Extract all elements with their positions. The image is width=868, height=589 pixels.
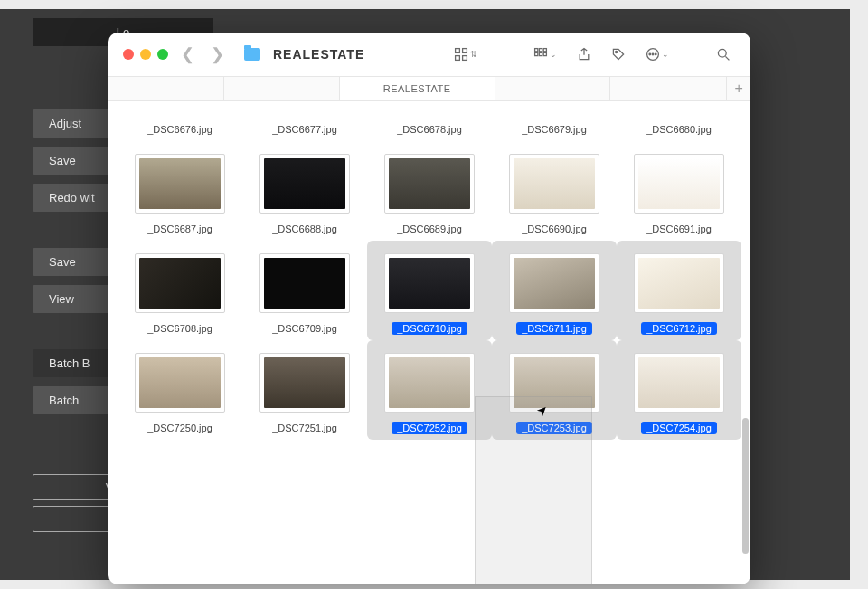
file-thumbnail[interactable]	[384, 154, 475, 214]
svg-rect-4	[535, 49, 538, 52]
finder-toolbar: ❮ ❯ REALESTATE ⇅ ⌄ ⌄	[108, 33, 750, 76]
file-name-label[interactable]: _DSC7251.jpg	[267, 422, 343, 434]
file-name-label[interactable]: _DSC7254.jpg	[641, 422, 717, 434]
svg-rect-1	[463, 49, 467, 53]
file-name-label[interactable]: _DSC6712.jpg	[641, 322, 717, 335]
file-thumbnail[interactable]	[259, 253, 350, 313]
file-thumbnail[interactable]	[634, 353, 724, 413]
file-item[interactable]: _DSC6690.jpg	[492, 141, 617, 241]
svg-rect-7	[535, 52, 538, 55]
file-grid-area[interactable]: _DSC6676.jpg_DSC6677.jpg_DSC6678.jpg_DSC…	[108, 101, 750, 584]
tab-active[interactable]: REALESTATE	[340, 77, 495, 100]
close-window-button[interactable]	[123, 49, 134, 60]
file-item[interactable]: _DSC7252.jpg	[367, 340, 492, 440]
svg-rect-6	[543, 49, 546, 52]
file-thumbnail[interactable]	[509, 154, 599, 214]
chevron-down-icon: ⌄	[662, 50, 669, 59]
tab-label: REALESTATE	[383, 83, 451, 94]
file-name-label[interactable]: _DSC6677.jpg	[267, 123, 343, 136]
file-name-label[interactable]: _DSC7253.jpg	[516, 422, 592, 434]
nav-forward-button[interactable]: ❯	[207, 44, 228, 64]
file-name-label[interactable]: _DSC6689.jpg	[392, 223, 467, 235]
location-title: REALESTATE	[273, 47, 364, 62]
svg-point-13	[652, 53, 654, 55]
file-name-label[interactable]: _DSC6691.jpg	[641, 223, 717, 235]
file-item[interactable]: _DSC7254.jpg	[617, 340, 741, 440]
share-button[interactable]	[571, 47, 597, 62]
file-thumbnail[interactable]	[135, 154, 225, 214]
file-item[interactable]: _DSC6688.jpg	[242, 141, 367, 241]
tab-stub[interactable]	[108, 77, 224, 100]
updown-icon: ⇅	[470, 50, 477, 59]
search-button[interactable]	[711, 47, 736, 62]
new-tab-button[interactable]: +	[726, 77, 750, 100]
file-name-label[interactable]: _DSC6678.jpg	[392, 123, 467, 136]
group-by-button[interactable]: ⌄	[528, 47, 562, 62]
svg-point-10	[615, 51, 617, 52]
file-name-label[interactable]: _DSC6709.jpg	[267, 322, 343, 335]
svg-line-16	[725, 56, 729, 60]
file-thumbnail[interactable]	[509, 353, 599, 413]
svg-point-14	[655, 53, 656, 55]
file-name-label[interactable]: _DSC6690.jpg	[516, 223, 592, 235]
svg-point-12	[649, 53, 651, 55]
tab-stub[interactable]	[495, 77, 611, 100]
folder-icon	[244, 48, 260, 61]
file-item[interactable]: _DSC6677.jpg	[242, 101, 367, 141]
file-thumbnail[interactable]	[259, 154, 350, 214]
file-item[interactable]: _DSC6691.jpg	[617, 141, 741, 241]
file-item[interactable]: _DSC7250.jpg	[118, 340, 242, 440]
file-grid: _DSC6676.jpg_DSC6677.jpg_DSC6678.jpg_DSC…	[108, 101, 750, 449]
svg-rect-2	[456, 56, 460, 61]
chevron-down-icon: ⌄	[550, 50, 557, 59]
tab-stub[interactable]	[224, 77, 340, 100]
svg-rect-8	[539, 52, 542, 55]
file-thumbnail[interactable]	[634, 154, 724, 214]
file-item[interactable]: _DSC6676.jpg	[118, 101, 242, 141]
file-item[interactable]: _DSC7253.jpg	[492, 340, 617, 440]
file-name-label[interactable]: _DSC6711.jpg	[516, 322, 592, 335]
svg-rect-3	[463, 56, 467, 61]
file-name-label[interactable]: _DSC6676.jpg	[142, 123, 218, 136]
file-item[interactable]: _DSC6710.jpg	[367, 241, 492, 340]
file-item[interactable]: _DSC7251.jpg	[242, 340, 367, 440]
file-item[interactable]: _DSC6679.jpg	[492, 101, 617, 141]
view-mode-icon-button[interactable]: ⇅	[448, 47, 483, 62]
file-thumbnail[interactable]	[634, 253, 724, 313]
file-item[interactable]: _DSC6687.jpg	[118, 141, 242, 241]
tags-button[interactable]	[606, 47, 631, 62]
tab-stub[interactable]	[610, 77, 726, 100]
file-name-label[interactable]: _DSC6687.jpg	[142, 223, 218, 235]
svg-rect-0	[456, 49, 460, 53]
file-name-label[interactable]: _DSC6710.jpg	[392, 322, 467, 335]
minimize-window-button[interactable]	[140, 49, 151, 60]
file-thumbnail[interactable]	[509, 253, 599, 313]
file-item[interactable]: _DSC6709.jpg	[242, 241, 367, 340]
file-item[interactable]: _DSC6708.jpg	[118, 241, 242, 340]
file-name-label[interactable]: _DSC7250.jpg	[142, 422, 218, 434]
scrollbar-thumb[interactable]	[742, 418, 749, 554]
actions-button[interactable]: ⌄	[640, 47, 675, 62]
file-thumbnail[interactable]	[384, 353, 475, 413]
nav-back-button[interactable]: ❮	[177, 44, 198, 64]
file-item[interactable]: _DSC6712.jpg	[617, 241, 741, 340]
file-item[interactable]: _DSC6680.jpg	[617, 101, 741, 141]
tab-bar: REALESTATE +	[108, 76, 750, 101]
svg-rect-5	[539, 49, 542, 52]
file-thumbnail[interactable]	[135, 253, 225, 313]
window-controls	[123, 49, 168, 60]
fullscreen-window-button[interactable]	[157, 49, 168, 60]
file-name-label[interactable]: _DSC7252.jpg	[392, 422, 467, 434]
svg-rect-9	[543, 52, 546, 55]
file-item[interactable]: _DSC6678.jpg	[367, 101, 492, 141]
file-name-label[interactable]: _DSC6679.jpg	[516, 123, 592, 136]
file-thumbnail[interactable]	[135, 353, 225, 413]
file-name-label[interactable]: _DSC6680.jpg	[641, 123, 717, 136]
file-item[interactable]: _DSC6689.jpg	[367, 141, 492, 241]
file-name-label[interactable]: _DSC6708.jpg	[142, 322, 218, 335]
file-name-label[interactable]: _DSC6688.jpg	[267, 223, 343, 235]
finder-window: ❮ ❯ REALESTATE ⇅ ⌄ ⌄ R	[108, 33, 750, 584]
file-thumbnail[interactable]	[259, 353, 350, 413]
file-item[interactable]: _DSC6711.jpg	[492, 241, 617, 340]
file-thumbnail[interactable]	[384, 253, 475, 313]
